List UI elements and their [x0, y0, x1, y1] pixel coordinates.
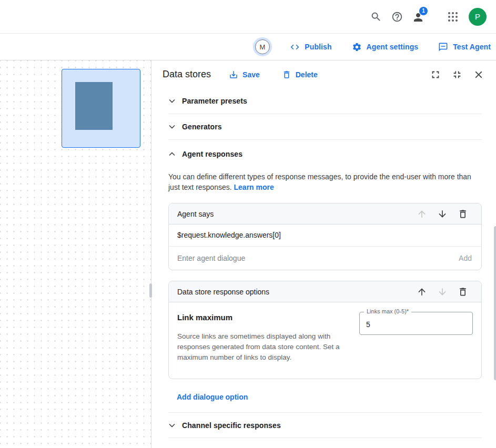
delete-label: Delete	[296, 70, 318, 79]
main-area: Data stores Save Delete	[0, 60, 496, 448]
panel-header-icons	[429, 68, 485, 81]
topbar: 1 P	[0, 0, 496, 34]
add-dialogue-option-link[interactable]: Add dialogue option	[177, 393, 248, 401]
section-row-parameter-presets[interactable]: Parameter presets	[168, 88, 482, 114]
arrow-up-icon	[417, 209, 427, 219]
panel-title: Data stores	[163, 69, 211, 80]
section-label: Generators	[182, 123, 222, 131]
delete-button[interactable]: Delete	[282, 70, 318, 79]
agent-toolbar: M Publish Agent settings Test Agent	[0, 34, 496, 60]
help-button[interactable]	[387, 6, 408, 27]
panel-header: Data stores Save Delete	[151, 60, 496, 88]
help-icon	[391, 11, 403, 23]
notifications-button[interactable]: 1	[408, 6, 429, 27]
start-node-chip[interactable]: M	[255, 39, 270, 54]
start-node-letter: M	[260, 43, 266, 51]
learn-more-link[interactable]: Learn more	[234, 183, 274, 191]
close-icon	[473, 69, 484, 80]
save-label: Save	[242, 70, 260, 79]
notification-badge: 1	[419, 7, 428, 15]
panel-divider-handle[interactable]	[149, 283, 152, 298]
data-stores-panel: Data stores Save Delete	[151, 60, 496, 448]
description-text: You can define different types of respon…	[168, 172, 471, 191]
move-up-button[interactable]	[416, 286, 428, 298]
data-store-card-header: Data store response options	[169, 281, 481, 302]
gear-icon	[352, 42, 362, 52]
agent-responses-description: You can define different types of respon…	[168, 171, 482, 192]
panel-scrollbar-thumb[interactable]	[494, 226, 496, 380]
link-maximum-block: Link maximum Source links are sometimes …	[177, 312, 359, 363]
chat-icon	[438, 42, 448, 52]
fullscreen-button[interactable]	[429, 68, 442, 81]
trash-icon	[458, 209, 468, 219]
flow-canvas[interactable]	[0, 60, 151, 448]
publish-label: Publish	[305, 43, 331, 51]
links-max-label: Links max (0-5)*	[364, 308, 411, 314]
agent-dialogue-input[interactable]	[177, 254, 459, 262]
fullscreen-icon	[430, 69, 441, 80]
links-max-input[interactable]	[359, 312, 473, 335]
exit-fullscreen-icon	[451, 69, 463, 80]
exit-fullscreen-button[interactable]	[451, 68, 463, 81]
links-max-field: Links max (0-5)*	[359, 312, 473, 335]
panel-body: Parameter presets Generators Agent respo…	[151, 88, 496, 448]
delete-card-button[interactable]	[457, 208, 469, 220]
avatar-letter: P	[475, 12, 480, 21]
section-row-channel-specific-responses[interactable]: Channel specific responses	[168, 412, 482, 438]
arrow-down-icon	[437, 287, 448, 297]
apps-grid-icon	[448, 12, 458, 22]
move-up-button[interactable]	[416, 208, 428, 220]
apps-grid-button[interactable]	[442, 6, 463, 27]
data-store-options-card: Data store response options	[168, 281, 482, 379]
trash-icon	[282, 70, 291, 79]
link-maximum-description: Source links are sometimes displayed alo…	[177, 331, 351, 363]
arrow-up-icon	[417, 287, 427, 297]
search-button[interactable]	[366, 6, 387, 27]
chevron-down-icon	[168, 99, 175, 103]
code-icon	[290, 42, 300, 52]
agent-says-card-header: Agent says	[169, 203, 481, 225]
section-label: Parameter presets	[182, 97, 247, 105]
links-max-field-wrapper: Links max (0-5)*	[359, 312, 473, 363]
delete-card-button[interactable]	[457, 286, 469, 298]
card-actions	[416, 208, 469, 220]
chevron-down-icon	[168, 423, 175, 427]
card-title: Data store response options	[177, 288, 269, 296]
test-agent-button[interactable]: Test Agent	[438, 42, 491, 52]
link-maximum-title: Link maximum	[177, 313, 359, 322]
section-label: Channel specific responses	[182, 421, 281, 430]
section-row-generators[interactable]: Generators	[168, 114, 482, 140]
test-agent-label: Test Agent	[453, 43, 491, 51]
agent-says-card: Agent says	[168, 203, 482, 270]
publish-button[interactable]: Publish	[290, 42, 331, 52]
agent-message-text[interactable]: $request.knowledge.answers[0]	[169, 225, 481, 247]
section-label: Agent responses	[182, 150, 242, 158]
agent-dialogue-input-row: Add	[169, 247, 481, 270]
search-icon	[370, 11, 382, 23]
arrow-down-icon	[437, 209, 448, 219]
chevron-down-icon	[168, 125, 175, 129]
move-down-button[interactable]	[437, 286, 448, 298]
app-root: 1 P M Publish Agent settings	[0, 0, 496, 448]
save-icon	[229, 70, 238, 79]
move-down-button[interactable]	[437, 208, 448, 220]
card-actions	[416, 286, 469, 298]
account-avatar[interactable]: P	[469, 8, 487, 26]
chevron-up-icon	[168, 152, 175, 156]
section-row-agent-responses[interactable]: Agent responses	[168, 140, 482, 168]
flow-node[interactable]	[62, 69, 140, 148]
data-store-card-body: Link maximum Source links are sometimes …	[169, 302, 481, 379]
close-panel-button[interactable]	[472, 68, 485, 81]
card-title: Agent says	[177, 210, 214, 218]
trash-icon	[458, 287, 468, 297]
save-button[interactable]: Save	[229, 70, 260, 79]
agent-settings-button[interactable]: Agent settings	[352, 42, 419, 52]
add-button[interactable]: Add	[459, 254, 472, 262]
agent-settings-label: Agent settings	[367, 43, 419, 51]
flow-node-content	[75, 82, 113, 130]
